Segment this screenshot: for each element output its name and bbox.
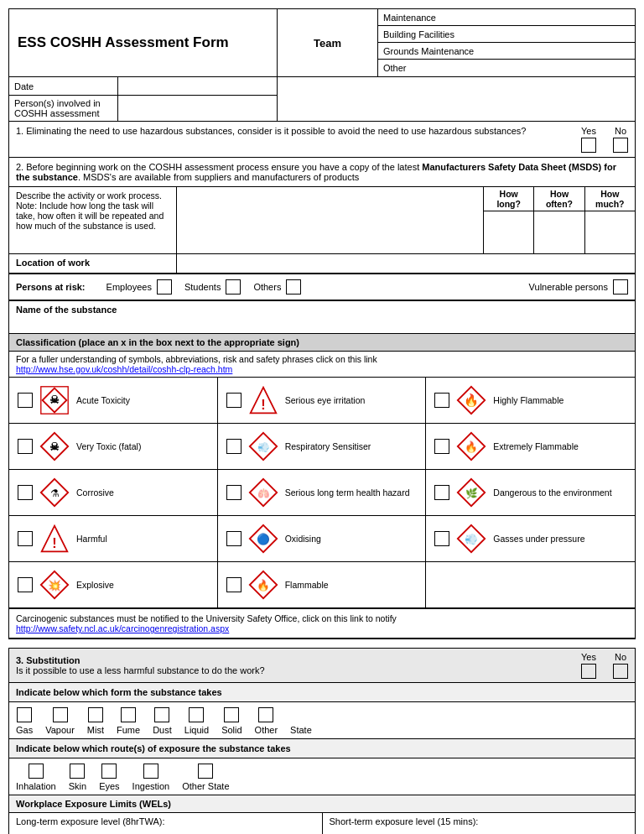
gas-icon: 💨 <box>456 524 486 554</box>
gas-sub-checkbox[interactable] <box>17 707 32 722</box>
health-icon: 🫁 <box>248 477 278 508</box>
gas-checkbox[interactable] <box>434 531 449 546</box>
flame2-icon: 🔥 <box>456 431 486 461</box>
exclamation2-icon: ! <box>39 524 70 554</box>
hazard-highly-flammable: 🔥 Highly Flammable <box>426 378 635 424</box>
acute-checkbox[interactable] <box>18 393 33 408</box>
ef-checkbox[interactable] <box>434 439 449 454</box>
yes-checkbox[interactable] <box>581 138 596 153</box>
env-checkbox[interactable] <box>434 485 449 500</box>
flam-label: Flammable <box>285 580 329 590</box>
vt-label: Very Toxic (fatal) <box>76 441 141 451</box>
svg-text:🌿: 🌿 <box>465 487 478 499</box>
mist-checkbox[interactable] <box>88 707 103 722</box>
health-checkbox[interactable] <box>226 485 242 500</box>
header: ESS COSHH Assessment Form Team Maintenan… <box>9 9 635 77</box>
hf-checkbox[interactable] <box>434 393 449 408</box>
date-row: Date <box>9 77 277 96</box>
eyes-checkbox[interactable] <box>101 764 117 779</box>
persons-label: Persons at risk: <box>16 282 86 292</box>
substance-form-row: Indicate below which form the substance … <box>9 683 635 702</box>
inhalation-checkbox[interactable] <box>29 764 44 779</box>
team-right <box>278 77 635 121</box>
hazard-gas: 💨 Gasses under pressure <box>426 516 635 562</box>
col1-header: How long? <box>484 187 534 211</box>
long-term-label: Long-term exposure level (8hrTWA): <box>16 816 165 826</box>
grounds-row: Grounds Maintenance <box>378 43 635 60</box>
corr-checkbox[interactable] <box>18 485 33 500</box>
eye-checkbox[interactable] <box>226 393 242 408</box>
hazard-health: 🫁 Serious long term health hazard <box>218 470 427 516</box>
eyes-item: Eyes <box>99 764 119 791</box>
harm-checkbox[interactable] <box>18 531 33 546</box>
col2-body[interactable] <box>534 211 584 253</box>
s3-no-checkbox[interactable] <box>613 664 628 679</box>
harm-label: Harmful <box>76 534 107 544</box>
hazard-eye-irritation: ! Serious eye irritation <box>218 378 427 424</box>
others-checkbox[interactable] <box>286 279 301 295</box>
oxid-checkbox[interactable] <box>226 531 242 546</box>
other-state-checkbox[interactable] <box>198 764 213 779</box>
describe-value[interactable] <box>177 187 484 253</box>
person-value[interactable] <box>118 96 277 121</box>
skin-item: Skin <box>69 764 86 791</box>
hazard-empty <box>426 562 635 608</box>
exclamation-icon: ! <box>248 385 278 415</box>
svg-text:💨: 💨 <box>465 533 478 546</box>
other-sub-label: Other <box>255 725 278 735</box>
short-term-value[interactable] <box>330 826 629 834</box>
header-right: Maintenance Building Facilities Grounds … <box>378 9 635 76</box>
students-checkbox[interactable] <box>226 279 241 295</box>
section3-subtitle: Is it possible to use a less harmful sub… <box>16 665 581 675</box>
solid-checkbox[interactable] <box>224 707 239 722</box>
dust-checkbox[interactable] <box>154 707 169 722</box>
employees-checkbox[interactable] <box>157 279 172 295</box>
maintenance-label: Maintenance <box>383 13 436 23</box>
skin-checkbox[interactable] <box>70 764 85 779</box>
long-term-value[interactable] <box>16 826 315 834</box>
hse-link[interactable]: http://www.hse.gov.uk/coshh/detail/coshh… <box>16 364 232 374</box>
s3-yes-checkbox[interactable] <box>581 664 596 679</box>
ingestion-label: Ingestion <box>132 781 170 791</box>
vapour-checkbox[interactable] <box>53 707 68 722</box>
fume-checkbox[interactable] <box>121 707 136 722</box>
others-label: Others <box>253 282 281 292</box>
vt-checkbox[interactable] <box>18 439 33 454</box>
carcino-link[interactable]: http://www.safety.ncl.ac.uk/carcinogenre… <box>16 623 229 633</box>
hazard-harmful: ! Harmful <box>9 516 218 562</box>
students-group: Students <box>184 279 241 295</box>
col3-body[interactable] <box>585 211 635 253</box>
fume-item: Fume <box>117 707 140 735</box>
section3-title: 3. Substitution Is it possible to use a … <box>16 655 581 675</box>
section1-text: 1. Eliminating the need to use hazardous… <box>16 126 573 136</box>
section3: 3. Substitution Is it possible to use a … <box>8 648 636 834</box>
env-label: Dangerous to the environment <box>493 487 611 498</box>
date-value[interactable] <box>118 77 277 95</box>
other-sub-checkbox[interactable] <box>258 707 273 722</box>
expl-checkbox[interactable] <box>18 577 33 592</box>
vulnerable-checkbox[interactable] <box>613 279 628 295</box>
location-label: Location of work <box>9 254 177 273</box>
skin-label: Skin <box>69 781 86 791</box>
svg-text:!: ! <box>52 535 56 550</box>
col1-body[interactable] <box>484 211 534 253</box>
liquid-item: Liquid <box>184 707 209 735</box>
location-value[interactable] <box>177 254 635 273</box>
liquid-checkbox[interactable] <box>189 707 204 722</box>
svg-text:⚗: ⚗ <box>50 487 60 498</box>
substance-checkboxes: Gas Vapour Mist Fume Dust Liquid Solid <box>9 702 635 739</box>
explosive-icon: 💥 <box>39 570 70 600</box>
hazard-grid: ☠ Acute Toxicity ! Serious eye irritatio… <box>9 378 635 609</box>
name-value[interactable] <box>16 315 628 330</box>
resp-checkbox[interactable] <box>226 439 242 454</box>
no-checkbox[interactable] <box>613 138 628 153</box>
name-row: Name of the substance <box>9 300 635 334</box>
eyes-label: Eyes <box>99 781 119 791</box>
ingestion-checkbox[interactable] <box>143 764 158 779</box>
flam-checkbox[interactable] <box>226 577 242 592</box>
location-row: Location of work <box>9 254 635 274</box>
state-item: State <box>290 725 312 735</box>
short-term-label: Short-term exposure level (15 mins): <box>330 816 479 826</box>
svg-text:🔥: 🔥 <box>465 440 478 454</box>
hazard-extremely-flammable: 🔥 Extremely Flammable <box>426 424 635 470</box>
